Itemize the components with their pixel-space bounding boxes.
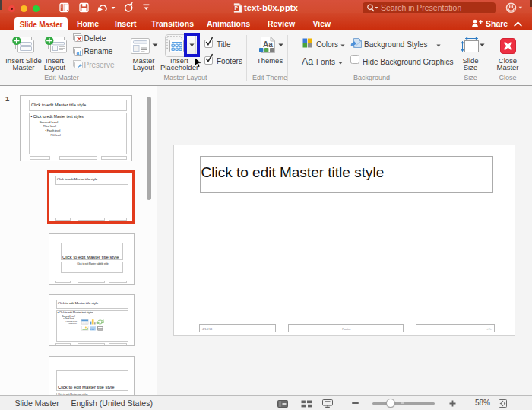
svg-text:P: P [235,5,239,11]
svg-text:a: a [77,50,80,56]
svg-text:Aa: Aa [263,40,273,49]
